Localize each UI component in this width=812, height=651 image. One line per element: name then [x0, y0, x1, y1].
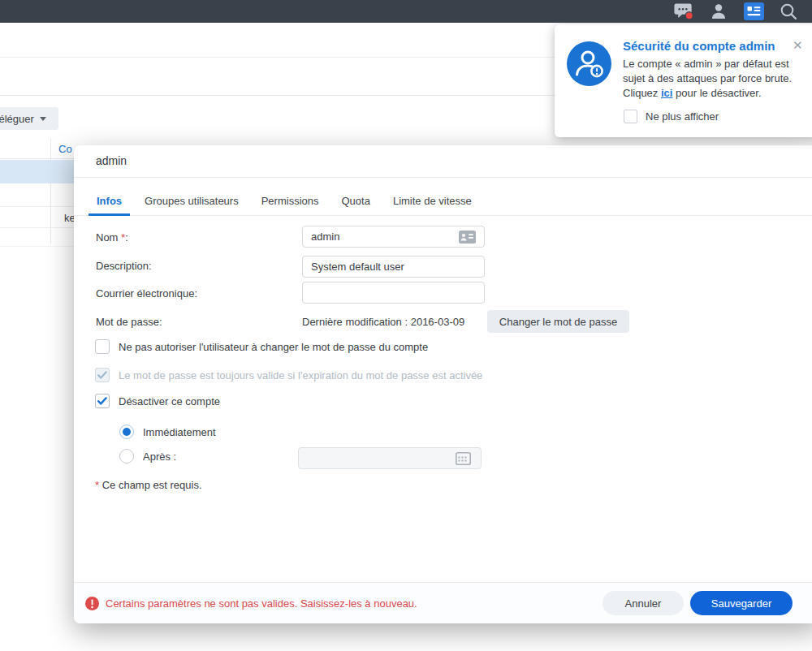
change-password-button[interactable]: Changer le mot de passe [487, 310, 629, 333]
name-input[interactable] [302, 226, 485, 248]
tab-infos[interactable]: Infos [89, 188, 130, 216]
email-label: Courrier électronique: [96, 287, 197, 300]
user-icon [710, 2, 728, 20]
tab-quota[interactable]: Quota [333, 188, 378, 216]
dont-show-again-label: Ne plus afficher [646, 110, 719, 123]
user-edit-dialog: admin Infos Groupes utilisateurs Permiss… [74, 145, 812, 623]
dialog-footer: Certains paramètres ne sont pas valides.… [74, 582, 812, 623]
password-label: Mot de passe: [96, 316, 162, 328]
notification-line: sujet à des attaques par force brute. [623, 71, 806, 86]
tab-limite-de-vitesse[interactable]: Limite de vitesse [385, 188, 480, 216]
password-always-valid-checkbox[interactable] [95, 368, 110, 382]
search-icon [780, 2, 797, 20]
radio-dot [123, 428, 131, 436]
disable-account-checkbox[interactable] [95, 394, 110, 408]
required-field-note: * Ce champ est requis. [95, 479, 202, 491]
password-last-modified: Dernière modification : 2016-03-09 [302, 316, 464, 328]
after-radio[interactable] [119, 449, 134, 463]
after-label: Après : [143, 451, 176, 463]
close-icon[interactable]: ✕ [793, 38, 803, 53]
dont-show-again-checkbox[interactable] [624, 110, 637, 123]
cancel-button[interactable]: Annuler [603, 591, 684, 615]
bg-table-row-divider [0, 227, 75, 228]
notification-line: Le compte « admin » par défaut est [623, 57, 806, 71]
dialog-tabs: Infos Groupes utilisateurs Permissions Q… [89, 188, 486, 216]
dialog-title: admin [96, 154, 127, 167]
description-label: Description: [96, 260, 152, 272]
error-message: Certains paramètres ne sont pas valides.… [106, 597, 417, 610]
after-date-input[interactable] [298, 447, 482, 469]
dialog-title-divider [74, 177, 812, 178]
password-always-valid-label: Le mot de passe est toujours valide si l… [119, 369, 482, 382]
error-icon [85, 597, 99, 610]
notification-body: Le compte « admin » par défaut est sujet… [623, 57, 806, 101]
widgets-button[interactable] [743, 2, 764, 21]
delegate-button[interactable]: Déléguer [0, 107, 58, 130]
email-input[interactable] [302, 282, 485, 304]
tab-groupes-utilisateurs[interactable]: Groupes utilisateurs [136, 188, 247, 216]
immediately-radio[interactable] [119, 425, 134, 439]
save-button[interactable]: Sauvegarder [690, 591, 793, 615]
bg-table-header[interactable]: Co [58, 143, 72, 155]
screen: Déléguer Co ker [0, 0, 812, 651]
tab-permissions[interactable]: Permissions [253, 188, 327, 216]
description-input[interactable] [302, 256, 485, 278]
no-password-change-label: Ne pas autoriser l'utilisateur à changer… [119, 341, 428, 353]
delegate-button-label: Déléguer [0, 113, 34, 125]
disable-admin-link[interactable]: ici [661, 87, 672, 99]
bg-table-header-border [0, 158, 75, 159]
tabs-divider [74, 215, 812, 216]
user-alert-icon [567, 41, 611, 89]
search-button[interactable] [778, 2, 799, 21]
bg-table-row-divider [0, 246, 75, 247]
admin-security-notification: Sécurité du compte admin ✕ Le compte « a… [555, 24, 812, 137]
chevron-down-icon [40, 117, 46, 121]
chat-button[interactable] [673, 2, 694, 21]
immediately-label: Immédiatement [143, 426, 216, 438]
notification-title: Sécurité du compte admin [623, 39, 775, 53]
bg-table-row-divider [0, 206, 75, 207]
disable-account-label: Désactiver ce compte [119, 395, 220, 407]
error-message-wrap: Certains paramètres ne sont pas valides.… [85, 597, 603, 610]
user-menu-button[interactable] [708, 2, 729, 21]
name-label: Nom *: [96, 231, 128, 244]
topbar [0, 0, 812, 23]
chat-icon [673, 2, 694, 22]
notification-line: Cliquez ici pour le désactiver. [623, 86, 806, 101]
widgets-icon [744, 2, 764, 20]
bg-table-selected-row[interactable] [0, 160, 75, 183]
no-password-change-checkbox[interactable] [95, 339, 110, 354]
